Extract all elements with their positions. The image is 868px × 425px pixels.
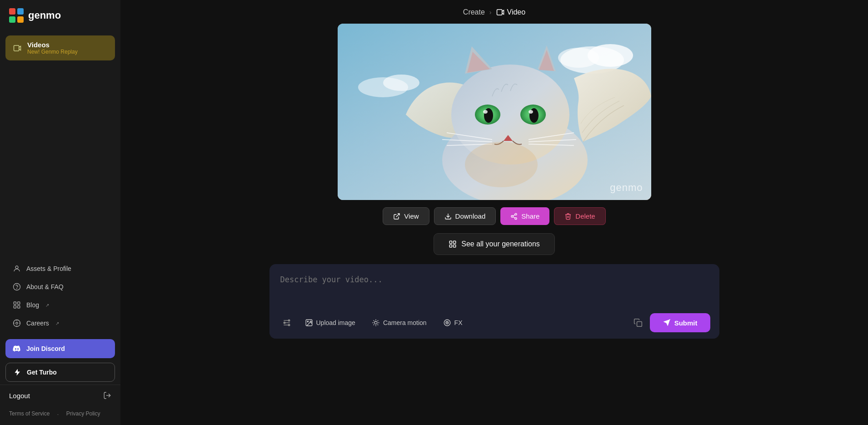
get-turbo-label: Get Turbo — [27, 369, 57, 376]
sidebar-item-blog[interactable]: Blog ↗ — [5, 296, 115, 314]
blog-external-icon: ↗ — [45, 303, 49, 308]
delete-button[interactable]: Delete — [554, 207, 605, 225]
svg-point-45 — [515, 213, 517, 215]
svg-point-21 — [383, 75, 419, 91]
svg-point-62 — [374, 321, 377, 324]
fx-icon — [443, 319, 451, 327]
breadcrumb-current: Video — [496, 8, 526, 16]
external-link-icon — [393, 213, 400, 220]
breadcrumb-current-label: Video — [507, 8, 526, 16]
genmo-watermark: genmo — [610, 182, 643, 194]
svg-point-58 — [284, 322, 285, 323]
terms-of-service-link[interactable]: Terms of Service — [9, 410, 50, 419]
breadcrumb-video-icon — [496, 8, 504, 16]
sidebar-nav: Videos New! Genmo Replay — [0, 31, 120, 255]
svg-point-65 — [447, 322, 448, 323]
upload-image-label: Upload image — [316, 319, 355, 326]
see-all-generations-button[interactable]: See all your generations — [434, 233, 555, 255]
svg-rect-15 — [497, 10, 502, 15]
sidebar-footer: Terms of Service · Privacy Policy — [0, 406, 120, 425]
submit-label: Submit — [674, 319, 698, 327]
footer-sep: · — [57, 410, 59, 419]
sliders-icon — [282, 318, 291, 327]
privacy-policy-link[interactable]: Privacy Policy — [66, 410, 100, 419]
lightning-icon — [13, 368, 21, 376]
breadcrumb: Create › Video — [120, 0, 868, 24]
logout-icon — [103, 391, 111, 400]
about-faq-label: About & FAQ — [26, 283, 64, 290]
genmo-logo-icon — [9, 8, 24, 23]
svg-rect-11 — [18, 306, 20, 308]
svg-point-19 — [558, 48, 599, 68]
svg-rect-0 — [9, 8, 15, 15]
logout-button[interactable]: Logout — [0, 385, 120, 406]
svg-rect-2 — [9, 16, 15, 23]
share-button[interactable]: Share — [500, 207, 549, 225]
user-icon — [13, 265, 21, 273]
action-buttons: View Download Share — [383, 207, 605, 225]
fx-label: FX — [454, 319, 463, 326]
breadcrumb-create[interactable]: Create — [463, 8, 485, 16]
svg-point-7 — [17, 288, 17, 289]
send-icon — [663, 319, 671, 327]
svg-rect-3 — [17, 16, 24, 23]
app-name: genmo — [28, 10, 61, 21]
svg-rect-66 — [637, 322, 642, 327]
help-icon — [13, 283, 21, 291]
copy-icon — [634, 318, 643, 327]
sidebar-bottom-nav: Assets & Profile About & FAQ Blog ↗ — [0, 255, 120, 337]
toolbar-settings-button[interactable] — [279, 315, 295, 331]
sidebar-item-careers[interactable]: Careers ↗ — [5, 315, 115, 332]
view-label: View — [404, 212, 419, 220]
download-button[interactable]: Download — [434, 207, 496, 225]
videos-nav-text: Videos New! Genmo Replay — [27, 41, 78, 55]
grid-icon — [13, 301, 21, 309]
blog-label: Blog — [26, 301, 39, 309]
svg-line-49 — [513, 215, 515, 216]
svg-rect-53 — [454, 245, 456, 247]
download-icon — [444, 213, 452, 220]
camera-motion-button[interactable]: Camera motion — [365, 315, 433, 331]
sidebar-item-assets-profile[interactable]: Assets & Profile — [5, 260, 115, 277]
videos-nav-sublabel: New! Genmo Replay — [27, 49, 78, 55]
svg-line-43 — [396, 214, 399, 217]
delete-label: Delete — [575, 212, 595, 220]
view-button[interactable]: View — [383, 207, 429, 225]
svg-rect-8 — [14, 302, 16, 304]
trash-icon — [564, 213, 572, 220]
upload-image-button[interactable]: Upload image — [299, 315, 362, 331]
video-input-area: Upload image Camera motion FX — [269, 264, 719, 339]
svg-rect-50 — [449, 241, 452, 243]
fx-button[interactable]: FX — [437, 315, 469, 331]
get-turbo-button[interactable]: Get Turbo — [5, 363, 115, 382]
logo-area: genmo — [0, 0, 120, 31]
svg-line-48 — [513, 217, 515, 218]
discord-icon — [13, 345, 21, 353]
sidebar-item-videos[interactable]: Videos New! Genmo Replay — [5, 35, 115, 60]
download-label: Download — [455, 212, 486, 220]
svg-point-57 — [288, 320, 289, 321]
logout-label: Logout — [9, 392, 30, 400]
svg-point-61 — [307, 321, 308, 322]
join-discord-label: Join Discord — [26, 345, 65, 352]
video-description-input[interactable] — [269, 264, 719, 305]
camera-motion-label: Camera motion — [383, 319, 427, 326]
svg-point-47 — [515, 217, 517, 219]
sidebar-item-about-faq[interactable]: About & FAQ — [5, 278, 115, 295]
camera-icon — [372, 319, 380, 327]
svg-point-42 — [465, 142, 538, 187]
svg-marker-68 — [663, 320, 670, 326]
svg-point-6 — [14, 284, 20, 290]
submit-button[interactable]: Submit — [650, 313, 710, 332]
upload-icon — [305, 319, 313, 327]
assets-profile-label: Assets & Profile — [26, 265, 71, 272]
copy-button[interactable] — [630, 315, 646, 331]
settings-circle-icon — [13, 319, 21, 327]
join-discord-button[interactable]: Join Discord — [5, 339, 115, 358]
breadcrumb-separator: › — [489, 9, 492, 16]
svg-rect-9 — [18, 302, 20, 304]
svg-point-13 — [16, 322, 18, 325]
svg-point-33 — [483, 110, 488, 114]
svg-point-46 — [511, 215, 513, 217]
see-all-label: See all your generations — [461, 240, 540, 248]
